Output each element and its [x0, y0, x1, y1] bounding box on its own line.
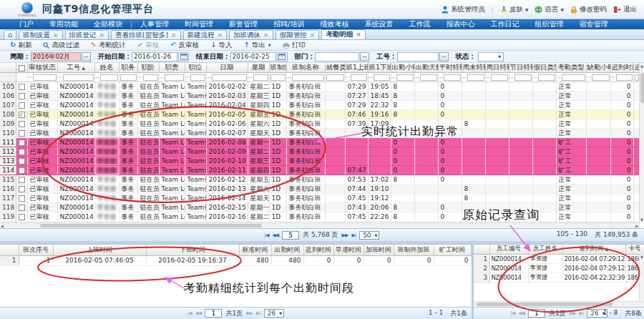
- column-filter-input[interactable]: [165, 74, 184, 81]
- table-row[interactable]: 2NZ000014李资捷2016-02-04 07:29:1218664: [474, 263, 644, 273]
- menu-item-4[interactable]: 人事管理: [132, 19, 177, 29]
- column-filter-input[interactable]: [616, 74, 633, 81]
- 打印-button[interactable]: 打印: [277, 40, 311, 50]
- column-header-缺勤小时[interactable]: 缺勤小时: [586, 63, 610, 73]
- filter-operator-button[interactable]: --: [439, 73, 443, 82]
- column-header-旷工时间[interactable]: 旷工时间: [434, 245, 471, 255]
- checkbox-icon[interactable]: [19, 102, 25, 109]
- pager-next-button[interactable]: ▶▶: [246, 310, 253, 316]
- logout-link[interactable]: 退出: [613, 5, 637, 14]
- column-header-卡号[interactable]: 卡号: [625, 245, 644, 254]
- filter-operator-button[interactable]: --: [392, 73, 396, 82]
- row-select-cell[interactable]: ✓: [16, 110, 27, 119]
- column-filter-input[interactable]: [253, 74, 268, 81]
- table-row[interactable]: 116已审核NZ000014李资捷事务驻在员Team LeTeam长2016-0…: [0, 185, 639, 194]
- column-filter-input[interactable]: [592, 74, 610, 81]
- column-header-出勤天数[interactable]: 出勤天数: [414, 63, 438, 73]
- table-row[interactable]: 111已审核NZ000014李资捷事务驻在员Team LeTeam长2016-0…: [0, 138, 639, 147]
- page-number-input[interactable]: [528, 309, 545, 318]
- tab-4[interactable]: 新建流程×: [183, 30, 228, 39]
- column-filter-input[interactable]: [444, 74, 461, 81]
- column-filter-input[interactable]: [562, 74, 585, 81]
- filter-operator-button[interactable]: --: [139, 73, 142, 82]
- row-select-cell[interactable]: [16, 194, 27, 203]
- table-row[interactable]: 114已审核NZ000014李资捷事务驻在员Team LeTeam长2016-0…: [0, 166, 639, 175]
- start-date-calendar-button[interactable]: [178, 52, 189, 62]
- column-filter-input[interactable]: [270, 74, 286, 81]
- column-header-周日特勤[interactable]: 周日特勤: [485, 63, 509, 73]
- menu-item-10[interactable]: 工作流: [401, 19, 438, 29]
- filter-operator-button[interactable]: --: [59, 73, 62, 82]
- column-filter-input[interactable]: [491, 74, 508, 81]
- menu-item-12[interactable]: 工作日记: [482, 19, 527, 29]
- tab-close-icon[interactable]: ×: [263, 32, 269, 39]
- column-header-班制外加班[interactable]: 班制外加班: [394, 245, 434, 255]
- column-header-早退时间[interactable]: 早退时间: [333, 245, 364, 255]
- column-header-班制编码[interactable]: 班制编码: [269, 63, 286, 73]
- filter-operator-button[interactable]: --: [534, 73, 537, 82]
- menu-item-11[interactable]: 报表中心: [438, 19, 482, 29]
- column-header-签到时间[interactable]: 签到时间▲: [562, 245, 625, 254]
- column-filter-input[interactable]: [33, 74, 57, 81]
- row-select-cell[interactable]: [16, 82, 27, 92]
- filter-operator-button[interactable]: --: [463, 73, 467, 82]
- checkbox-icon[interactable]: [19, 205, 25, 211]
- change-password-link[interactable]: 修改密码: [570, 5, 607, 14]
- department-input[interactable]: [315, 52, 359, 62]
- column-header-节日特勤[interactable]: 节日特勤: [509, 63, 532, 73]
- checkbox-checked-icon[interactable]: ✓: [19, 112, 25, 118]
- filter-operator-button[interactable]: --: [510, 73, 514, 82]
- row-select-cell[interactable]: [16, 175, 27, 185]
- column-header-出勤小时[interactable]: 出勤小时: [391, 63, 414, 73]
- table-row[interactable]: 117已审核NZ000014李资捷事务驻在员Team LeTeam长2016-0…: [0, 194, 639, 203]
- column-header-姓名[interactable]: 姓名: [94, 63, 119, 73]
- tab-6[interactable]: 假期管控×: [275, 30, 320, 39]
- period-picker-button[interactable]: --: [82, 52, 91, 62]
- column-header-员工编号[interactable]: 员工编号: [489, 245, 528, 254]
- row-select-cell[interactable]: [16, 166, 27, 175]
- column-header-出勤时间[interactable]: 出勤时间: [271, 245, 303, 255]
- tab-close-icon[interactable]: ×: [356, 31, 361, 38]
- column-filter-input[interactable]: [538, 74, 555, 81]
- column-header-上班时间[interactable]: 上班时间: [53, 245, 146, 255]
- checkbox-icon[interactable]: [19, 158, 25, 165]
- select-all-header[interactable]: [16, 63, 27, 73]
- 反审核-button[interactable]: ↶反审核: [165, 40, 205, 50]
- checkbox-icon[interactable]: [19, 186, 25, 192]
- column-filter-input[interactable]: [120, 74, 137, 81]
- table-row[interactable]: 112016-02-05 07:46:052016-02-05 19:16:37…: [0, 255, 471, 265]
- column-header-员工姓名[interactable]: 员工姓名: [528, 245, 562, 254]
- scrollbar-thumb[interactable]: [640, 73, 644, 103]
- filter-operator-button[interactable]: --: [186, 73, 190, 82]
- 导入-button[interactable]: ↓导入: [205, 40, 238, 50]
- column-header-职位[interactable]: 职位: [185, 63, 206, 73]
- column-header-班1下班[interactable]: 班1下班: [368, 63, 391, 73]
- column-filter-input[interactable]: [143, 74, 158, 81]
- tab-close-icon[interactable]: ×: [171, 32, 177, 39]
- scroll-left-icon[interactable]: ◀: [1, 224, 4, 228]
- checkbox-icon[interactable]: [19, 177, 25, 183]
- menu-item-8[interactable]: 绩效考核: [312, 19, 356, 29]
- pager-prev-button[interactable]: ◀◀: [272, 232, 278, 238]
- filter-operator-button[interactable]: --: [29, 73, 32, 82]
- checkbox-icon[interactable]: [19, 93, 25, 99]
- column-header-日期[interactable]: 日期: [206, 63, 248, 73]
- tab-close-icon[interactable]: ×: [53, 32, 59, 39]
- row-select-cell[interactable]: [16, 203, 27, 212]
- period-input[interactable]: [31, 52, 81, 62]
- language-menu[interactable]: 语言▼: [535, 5, 564, 14]
- scroll-up-icon[interactable]: ▲: [640, 64, 643, 68]
- pager-last-button[interactable]: ▶|: [351, 232, 356, 238]
- vertical-scrollbar[interactable]: ▲: [639, 254, 644, 301]
- 考勤统计-button[interactable]: ✎考勤统计: [84, 40, 131, 50]
- column-header-周末特勤[interactable]: 周末特勤: [462, 63, 485, 73]
- row-select-cell[interactable]: [16, 147, 27, 157]
- column-header-职阶[interactable]: 职阶: [137, 63, 159, 73]
- filter-operator-button[interactable]: --: [557, 73, 561, 82]
- filter-operator-button[interactable]: --: [369, 73, 373, 82]
- checkbox-icon[interactable]: [19, 214, 25, 220]
- department-picker-button[interactable]: --: [360, 52, 369, 62]
- tab-2[interactable]: 排班登记×: [65, 30, 109, 39]
- tab-3[interactable]: 查看排班[贺智多]×: [111, 30, 180, 39]
- column-filter-input[interactable]: [514, 74, 532, 81]
